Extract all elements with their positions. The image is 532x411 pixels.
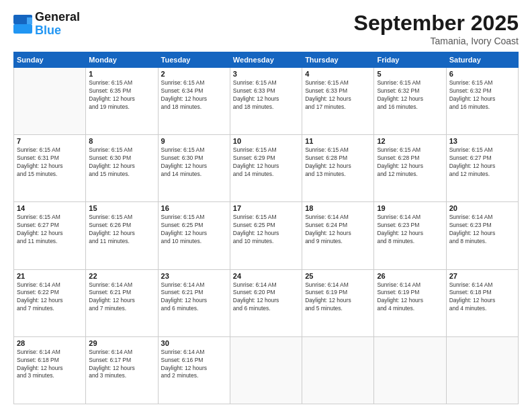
day-info: Sunrise: 6:14 AM Sunset: 6:19 PM Dayligh… bbox=[377, 281, 443, 314]
calendar-cell: 16Sunrise: 6:15 AM Sunset: 6:25 PM Dayli… bbox=[158, 202, 230, 269]
day-number: 11 bbox=[305, 137, 371, 145]
calendar-cell: 28Sunrise: 6:14 AM Sunset: 6:18 PM Dayli… bbox=[14, 336, 86, 404]
calendar-cell: 11Sunrise: 6:15 AM Sunset: 6:28 PM Dayli… bbox=[302, 135, 374, 202]
day-info: Sunrise: 6:14 AM Sunset: 6:18 PM Dayligh… bbox=[17, 349, 83, 381]
day-number: 24 bbox=[233, 272, 299, 280]
calendar-cell bbox=[302, 336, 374, 404]
logo-text: General Blue bbox=[35, 11, 80, 38]
day-info: Sunrise: 6:14 AM Sunset: 6:16 PM Dayligh… bbox=[161, 349, 227, 381]
month-title: September 2025 bbox=[354, 11, 519, 36]
day-number: 26 bbox=[377, 272, 443, 280]
weekday-monday: Monday bbox=[86, 52, 158, 68]
day-info: Sunrise: 6:15 AM Sunset: 6:35 PM Dayligh… bbox=[89, 79, 154, 111]
logo-line2: Blue bbox=[35, 24, 80, 38]
calendar-cell: 1Sunrise: 6:15 AM Sunset: 6:35 PM Daylig… bbox=[86, 68, 158, 135]
svg-rect-1 bbox=[13, 24, 32, 34]
calendar-cell: 24Sunrise: 6:14 AM Sunset: 6:20 PM Dayli… bbox=[230, 269, 302, 336]
day-info: Sunrise: 6:15 AM Sunset: 6:25 PM Dayligh… bbox=[161, 214, 227, 246]
calendar-cell: 9Sunrise: 6:15 AM Sunset: 6:30 PM Daylig… bbox=[158, 135, 230, 202]
day-number: 3 bbox=[233, 70, 299, 78]
header: General Blue September 2025 Tamania, Ivo… bbox=[13, 11, 519, 46]
calendar-week-row: 14Sunrise: 6:15 AM Sunset: 6:27 PM Dayli… bbox=[14, 202, 519, 269]
day-number: 6 bbox=[449, 70, 515, 78]
day-info: Sunrise: 6:15 AM Sunset: 6:32 PM Dayligh… bbox=[377, 79, 443, 111]
day-info: Sunrise: 6:14 AM Sunset: 6:17 PM Dayligh… bbox=[89, 349, 154, 381]
day-info: Sunrise: 6:14 AM Sunset: 6:21 PM Dayligh… bbox=[89, 281, 154, 314]
day-info: Sunrise: 6:15 AM Sunset: 6:28 PM Dayligh… bbox=[305, 146, 371, 179]
calendar-cell: 21Sunrise: 6:14 AM Sunset: 6:22 PM Dayli… bbox=[14, 269, 86, 336]
day-info: Sunrise: 6:15 AM Sunset: 6:33 PM Dayligh… bbox=[305, 79, 371, 111]
day-info: Sunrise: 6:15 AM Sunset: 6:26 PM Dayligh… bbox=[89, 214, 154, 246]
day-number: 8 bbox=[89, 137, 154, 145]
day-number: 4 bbox=[305, 70, 371, 78]
calendar-cell: 3Sunrise: 6:15 AM Sunset: 6:33 PM Daylig… bbox=[230, 68, 302, 135]
day-number: 25 bbox=[305, 272, 371, 280]
day-info: Sunrise: 6:15 AM Sunset: 6:32 PM Dayligh… bbox=[449, 79, 515, 111]
calendar-cell: 30Sunrise: 6:14 AM Sunset: 6:16 PM Dayli… bbox=[158, 336, 230, 404]
day-info: Sunrise: 6:15 AM Sunset: 6:29 PM Dayligh… bbox=[233, 146, 299, 179]
day-number: 21 bbox=[17, 272, 83, 280]
calendar-cell: 6Sunrise: 6:15 AM Sunset: 6:32 PM Daylig… bbox=[446, 68, 518, 135]
day-info: Sunrise: 6:15 AM Sunset: 6:31 PM Dayligh… bbox=[17, 146, 83, 179]
logo-line1: General bbox=[35, 11, 80, 24]
calendar-week-row: 21Sunrise: 6:14 AM Sunset: 6:22 PM Dayli… bbox=[14, 269, 519, 336]
calendar-week-row: 1Sunrise: 6:15 AM Sunset: 6:35 PM Daylig… bbox=[14, 68, 519, 135]
svg-marker-2 bbox=[27, 17, 32, 24]
day-number: 22 bbox=[89, 272, 154, 280]
day-number: 30 bbox=[161, 339, 227, 347]
day-number: 16 bbox=[161, 204, 227, 212]
calendar-cell: 12Sunrise: 6:15 AM Sunset: 6:28 PM Dayli… bbox=[374, 135, 446, 202]
day-number: 12 bbox=[377, 137, 443, 145]
day-info: Sunrise: 6:15 AM Sunset: 6:30 PM Dayligh… bbox=[89, 146, 154, 179]
day-info: Sunrise: 6:15 AM Sunset: 6:27 PM Dayligh… bbox=[449, 146, 515, 179]
calendar-cell: 4Sunrise: 6:15 AM Sunset: 6:33 PM Daylig… bbox=[302, 68, 374, 135]
day-number: 2 bbox=[161, 70, 227, 78]
calendar-table: SundayMondayTuesdayWednesdayThursdayFrid… bbox=[13, 52, 519, 404]
calendar-cell: 15Sunrise: 6:15 AM Sunset: 6:26 PM Dayli… bbox=[86, 202, 158, 269]
weekday-wednesday: Wednesday bbox=[230, 52, 302, 68]
day-number: 13 bbox=[449, 137, 515, 145]
day-info: Sunrise: 6:14 AM Sunset: 6:23 PM Dayligh… bbox=[377, 214, 443, 246]
calendar-cell: 26Sunrise: 6:14 AM Sunset: 6:19 PM Dayli… bbox=[374, 269, 446, 336]
day-number: 7 bbox=[17, 137, 83, 145]
day-info: Sunrise: 6:14 AM Sunset: 6:24 PM Dayligh… bbox=[305, 214, 371, 246]
day-info: Sunrise: 6:15 AM Sunset: 6:33 PM Dayligh… bbox=[233, 79, 299, 111]
calendar-week-row: 7Sunrise: 6:15 AM Sunset: 6:31 PM Daylig… bbox=[14, 135, 519, 202]
calendar-cell bbox=[446, 336, 518, 404]
calendar-cell: 18Sunrise: 6:14 AM Sunset: 6:24 PM Dayli… bbox=[302, 202, 374, 269]
day-number: 14 bbox=[17, 204, 83, 212]
day-info: Sunrise: 6:14 AM Sunset: 6:23 PM Dayligh… bbox=[449, 214, 515, 246]
day-number: 29 bbox=[89, 339, 154, 347]
calendar-cell bbox=[14, 68, 86, 135]
day-info: Sunrise: 6:14 AM Sunset: 6:18 PM Dayligh… bbox=[449, 281, 515, 314]
calendar-cell: 22Sunrise: 6:14 AM Sunset: 6:21 PM Dayli… bbox=[86, 269, 158, 336]
day-info: Sunrise: 6:15 AM Sunset: 6:28 PM Dayligh… bbox=[377, 146, 443, 179]
calendar-cell: 29Sunrise: 6:14 AM Sunset: 6:17 PM Dayli… bbox=[86, 336, 158, 404]
calendar-cell bbox=[230, 336, 302, 404]
weekday-sunday: Sunday bbox=[14, 52, 86, 68]
logo: General Blue bbox=[13, 11, 80, 38]
day-number: 10 bbox=[233, 137, 299, 145]
day-number: 20 bbox=[449, 204, 515, 212]
day-number: 18 bbox=[305, 204, 371, 212]
calendar-cell: 2Sunrise: 6:15 AM Sunset: 6:34 PM Daylig… bbox=[158, 68, 230, 135]
weekday-thursday: Thursday bbox=[302, 52, 374, 68]
weekday-header-row: SundayMondayTuesdayWednesdayThursdayFrid… bbox=[14, 52, 519, 68]
calendar-cell: 25Sunrise: 6:14 AM Sunset: 6:19 PM Dayli… bbox=[302, 269, 374, 336]
weekday-saturday: Saturday bbox=[446, 52, 518, 68]
day-number: 5 bbox=[377, 70, 443, 78]
calendar-cell: 13Sunrise: 6:15 AM Sunset: 6:27 PM Dayli… bbox=[446, 135, 518, 202]
calendar-cell bbox=[374, 336, 446, 404]
calendar-cell: 20Sunrise: 6:14 AM Sunset: 6:23 PM Dayli… bbox=[446, 202, 518, 269]
calendar-cell: 5Sunrise: 6:15 AM Sunset: 6:32 PM Daylig… bbox=[374, 68, 446, 135]
calendar-cell: 14Sunrise: 6:15 AM Sunset: 6:27 PM Dayli… bbox=[14, 202, 86, 269]
logo-icon bbox=[13, 15, 32, 34]
title-block: September 2025 Tamania, Ivory Coast bbox=[354, 11, 519, 46]
day-info: Sunrise: 6:15 AM Sunset: 6:25 PM Dayligh… bbox=[233, 214, 299, 246]
calendar-cell: 8Sunrise: 6:15 AM Sunset: 6:30 PM Daylig… bbox=[86, 135, 158, 202]
day-info: Sunrise: 6:14 AM Sunset: 6:22 PM Dayligh… bbox=[17, 281, 83, 314]
day-number: 17 bbox=[233, 204, 299, 212]
day-number: 9 bbox=[161, 137, 227, 145]
day-info: Sunrise: 6:15 AM Sunset: 6:34 PM Dayligh… bbox=[161, 79, 227, 111]
weekday-tuesday: Tuesday bbox=[158, 52, 230, 68]
